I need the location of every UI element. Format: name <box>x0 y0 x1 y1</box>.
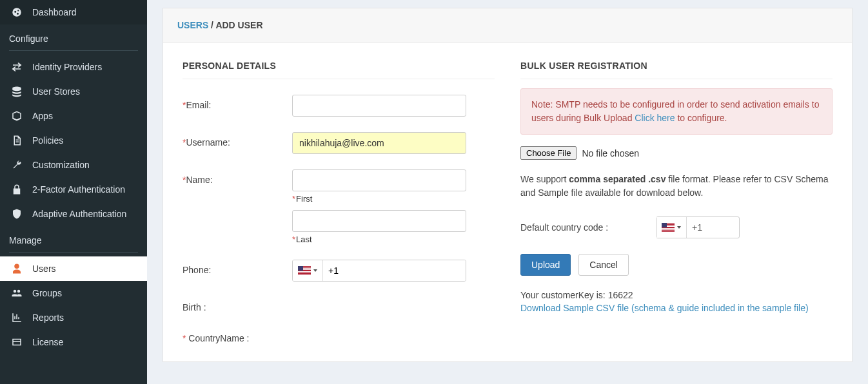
sidebar-item-customization[interactable]: Customization <box>0 153 147 177</box>
row-phone: Phone: <box>182 260 495 282</box>
sidebar-item-user-stores[interactable]: User Stores <box>0 79 147 104</box>
default-cc-label: Default country code : <box>520 222 656 233</box>
username-label: Username: <box>186 137 230 148</box>
default-cc-value: +1 <box>687 222 702 233</box>
row-name: *Name: *First *Last <box>182 169 495 244</box>
file-status: No file chosen <box>582 148 639 158</box>
sidebar-item-groups[interactable]: Groups <box>0 281 147 305</box>
upload-button[interactable]: Upload <box>520 254 571 276</box>
user-icon <box>9 263 25 274</box>
sidebar-item-apps[interactable]: Apps <box>0 104 147 128</box>
sidebar-section-configure: Configure <box>9 27 138 51</box>
email-label: Email: <box>186 100 211 110</box>
section-title-personal: PERSONAL DETAILS <box>182 61 495 79</box>
default-country-code-row: Default country code : +1 <box>520 216 833 238</box>
sidebar: Dashboard Configure Identity Providers U… <box>0 0 147 384</box>
section-title-bulk: BULK USER REGISTRATION <box>520 61 833 79</box>
email-input[interactable] <box>292 95 466 117</box>
first-name-input[interactable] <box>292 169 466 191</box>
row-email: *Email: <box>182 95 495 117</box>
breadcrumb: USERS / ADD USER <box>163 8 852 43</box>
breadcrumb-current: ADD USER <box>215 20 262 30</box>
choose-file-button[interactable]: Choose File <box>520 146 577 160</box>
box-icon <box>9 110 25 122</box>
main-content: USERS / ADD USER PERSONAL DETAILS *Email… <box>147 0 868 384</box>
chart-icon <box>9 312 25 323</box>
sidebar-item-adaptive-auth[interactable]: Adaptive Authentication <box>0 202 147 226</box>
note-suffix: to configure. <box>675 113 727 123</box>
smtp-note-alert: Note: SMTP needs to be configured in ord… <box>520 88 833 135</box>
breadcrumb-sep: / <box>208 20 215 30</box>
birth-label: Birth : <box>182 302 206 312</box>
sidebar-item-label: 2-Factor Authentication <box>32 184 125 195</box>
sidebar-item-label: License <box>32 337 63 347</box>
sidebar-item-label: Policies <box>32 135 63 146</box>
support-text: We support comma separated .csv file for… <box>520 173 833 200</box>
sidebar-item-label: User Stores <box>32 86 80 97</box>
sidebar-item-license[interactable]: License <box>0 330 147 354</box>
default-cc-selector[interactable]: +1 <box>656 216 740 238</box>
chevron-down-icon <box>313 269 317 272</box>
file-upload-row: Choose File No file chosen <box>520 146 833 160</box>
lock-icon <box>9 184 25 195</box>
personal-details-section: PERSONAL DETAILS *Email: *Username: *Nam… <box>182 61 495 343</box>
bulk-registration-section: BULK USER REGISTRATION Note: SMTP needs … <box>520 61 833 343</box>
document-icon <box>9 135 25 146</box>
first-sublabel: First <box>296 194 312 204</box>
flag-us-icon <box>298 266 311 275</box>
bulk-buttons: Upload Cancel <box>520 254 833 276</box>
sidebar-item-dashboard[interactable]: Dashboard <box>0 0 147 24</box>
shield-icon <box>9 208 25 220</box>
country-label: CountryName : <box>186 333 249 343</box>
card-icon <box>9 336 25 348</box>
sidebar-item-label: Reports <box>32 312 64 323</box>
last-sublabel: Last <box>296 235 312 244</box>
exchange-icon <box>9 61 25 73</box>
sidebar-item-users[interactable]: Users <box>0 256 147 281</box>
sidebar-item-policies[interactable]: Policies <box>0 128 147 153</box>
sidebar-item-reports[interactable]: Reports <box>0 305 147 330</box>
panel: USERS / ADD USER PERSONAL DETAILS *Email… <box>163 8 853 362</box>
sidebar-item-label: Dashboard <box>32 7 77 17</box>
database-icon <box>9 86 25 97</box>
cancel-button[interactable]: Cancel <box>578 254 629 276</box>
customer-key-line: Your customerKey is: 16622 <box>520 290 833 300</box>
row-username: *Username: <box>182 132 495 154</box>
users-icon <box>9 287 25 299</box>
sidebar-item-identity-providers[interactable]: Identity Providers <box>0 55 147 79</box>
username-input[interactable] <box>292 132 466 154</box>
sidebar-item-label: Customization <box>32 160 90 170</box>
last-name-input[interactable] <box>292 210 466 232</box>
support-bold: comma separated .csv <box>569 174 666 184</box>
chevron-down-icon <box>677 226 681 229</box>
sidebar-item-label: Apps <box>32 111 53 121</box>
customer-key-value: 16622 <box>608 290 633 300</box>
row-country: * CountryName : <box>182 328 495 343</box>
note-link[interactable]: Click here <box>635 113 675 123</box>
sidebar-item-2factor[interactable]: 2-Factor Authentication <box>0 177 147 202</box>
phone-country-selector[interactable] <box>293 260 323 281</box>
phone-label: Phone: <box>182 265 211 275</box>
sidebar-item-label: Users <box>32 264 56 274</box>
phone-input[interactable] <box>323 260 466 281</box>
row-birth: Birth : <box>182 297 495 312</box>
sidebar-item-label: Identity Providers <box>32 62 102 72</box>
sidebar-section-manage: Manage <box>9 229 138 253</box>
sidebar-item-label: Adaptive Authentication <box>32 209 126 219</box>
wrench-icon <box>9 159 25 171</box>
dashboard-icon <box>9 6 25 18</box>
breadcrumb-users-link[interactable]: USERS <box>177 20 208 30</box>
download-sample-link[interactable]: Download Sample CSV file (schema & guide… <box>520 303 833 313</box>
flag-us-icon <box>662 223 675 232</box>
name-label: Name: <box>186 175 212 185</box>
sidebar-item-label: Groups <box>32 288 62 298</box>
